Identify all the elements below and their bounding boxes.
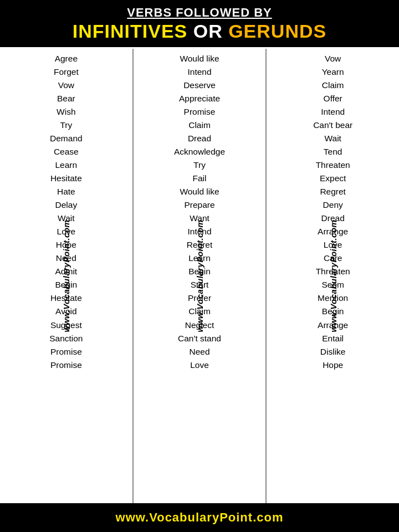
col2-words: Would likeIntendDeserveAppreciatePromise… — [135, 52, 265, 371]
list-item: Dread — [188, 132, 211, 145]
list-item: Sanction — [49, 332, 83, 345]
list-item: Claim — [188, 305, 211, 318]
list-item: Try — [60, 119, 72, 132]
list-item: Start — [191, 278, 209, 291]
list-item: Entail — [322, 332, 344, 345]
list-item: Claim — [188, 119, 211, 132]
list-item: Promise — [50, 345, 82, 359]
list-item: Dislike — [320, 345, 346, 359]
list-item: Intend — [187, 225, 211, 238]
list-item: Begin — [55, 278, 78, 291]
list-item: Threaten — [316, 158, 350, 172]
list-item: Dread — [321, 212, 345, 225]
list-item: Can't stand — [178, 332, 221, 345]
list-item: Demand — [50, 132, 83, 145]
list-item: Would like — [180, 52, 219, 65]
list-item: Hate — [57, 185, 75, 198]
column-3: www.VocabularyPoint.com VowYearnClaimOff… — [267, 49, 399, 503]
list-item: Acknowledge — [174, 145, 225, 158]
list-item: Regret — [320, 185, 346, 198]
list-item: Forget — [54, 65, 79, 79]
footer-brand: VocabularyPoint — [149, 510, 253, 524]
col3-words: VowYearnClaimOfferIntendCan't bearWaitTe… — [268, 52, 398, 371]
list-item: Cease — [54, 145, 79, 158]
list-item: Promise — [50, 359, 82, 372]
list-item: Need — [56, 252, 76, 265]
footer-www: www. — [116, 510, 150, 524]
list-item: Love — [324, 238, 342, 252]
list-item: Try — [193, 158, 206, 172]
list-item: Expect — [320, 172, 346, 185]
column-2: www.VocabularyPoint.com Would likeIntend… — [134, 49, 267, 503]
header-infinitives: INFINITIVES — [73, 21, 187, 42]
list-item: Care — [324, 252, 342, 265]
list-item: Need — [189, 345, 209, 359]
list-item: Arrange — [318, 319, 348, 332]
list-item: Offer — [324, 92, 342, 105]
list-item: Intend — [321, 105, 345, 119]
list-item: Threaten — [316, 265, 350, 278]
list-item: Learn — [55, 158, 78, 172]
header-line2: INFINITIVES OR GERUNDS — [8, 20, 391, 43]
list-item: Admit — [55, 265, 78, 278]
list-item: Vow — [58, 79, 74, 92]
list-item: Tend — [324, 145, 342, 158]
list-item: Want — [190, 212, 209, 225]
list-item: Learn — [188, 252, 211, 265]
list-item: Delay — [55, 198, 78, 212]
list-item: Yearn — [322, 65, 344, 79]
list-item: Avoid — [55, 305, 77, 318]
list-item: Appreciate — [179, 92, 220, 105]
list-item: Hope — [56, 238, 76, 252]
list-item: Intend — [187, 65, 211, 79]
list-item: Seem — [321, 278, 344, 291]
list-item: Hesitate — [50, 172, 82, 185]
header: VERBS FOLLOWED BY INFINITIVES OR GERUNDS — [0, 0, 399, 49]
header-gerunds: GERUNDS — [228, 21, 326, 42]
col1-words: AgreeForgetVowBearWishTryDemandCeaseLear… — [1, 52, 131, 371]
column-1: www.VocabularyPoint.com AgreeForgetVowBe… — [0, 49, 134, 503]
list-item: Agree — [55, 52, 78, 65]
footer-text: www.VocabularyPoint.com — [116, 510, 284, 525]
list-item: Love — [190, 359, 209, 372]
list-item: Begin — [322, 305, 344, 318]
list-item: Begin — [188, 265, 211, 278]
footer-com: .com — [253, 510, 283, 524]
footer: www.VocabularyPoint.com — [0, 503, 399, 532]
list-item: Neglect — [185, 319, 214, 332]
content-area: www.VocabularyPoint.com AgreeForgetVowBe… — [0, 49, 399, 503]
header-line1: VERBS FOLLOWED BY — [8, 6, 391, 20]
list-item: Fail — [193, 172, 207, 185]
list-item: Prefer — [188, 291, 211, 305]
list-item: Wait — [324, 132, 341, 145]
list-item: Prepare — [184, 198, 214, 212]
list-item: Claim — [322, 79, 344, 92]
list-item: Wish — [57, 105, 75, 119]
list-item: Mention — [318, 291, 348, 305]
list-item: Vow — [325, 52, 341, 65]
header-or: OR — [187, 21, 228, 42]
list-item: Can't bear — [313, 119, 352, 132]
list-item: Suggest — [50, 319, 82, 332]
list-item: Would like — [180, 185, 219, 198]
list-item: Deny — [323, 198, 343, 212]
list-item: Deserve — [183, 79, 216, 92]
list-item: Promise — [184, 105, 216, 119]
list-item: Love — [57, 225, 76, 238]
list-item: Wait — [58, 212, 74, 225]
list-item: Hesitate — [50, 291, 82, 305]
list-item: Regret — [187, 238, 213, 252]
list-item: Arrange — [318, 225, 348, 238]
list-item: Bear — [57, 92, 75, 105]
list-item: Hope — [323, 359, 343, 372]
